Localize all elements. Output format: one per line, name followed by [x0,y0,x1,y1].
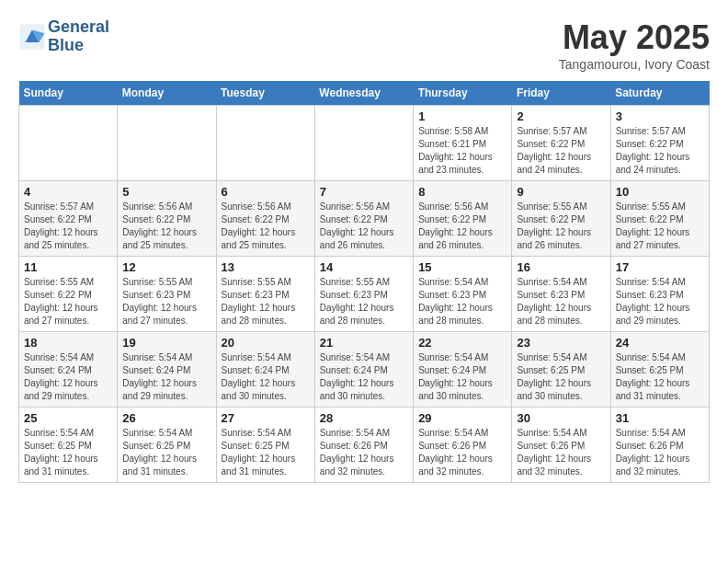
day-number: 11 [24,260,112,274]
calendar-day-cell: 15Sunrise: 5:54 AM Sunset: 6:23 PM Dayli… [414,257,512,332]
calendar-day-cell: 10Sunrise: 5:55 AM Sunset: 6:22 PM Dayli… [610,181,709,257]
day-number: 17 [616,260,704,274]
calendar-day-cell: 28Sunrise: 5:54 AM Sunset: 6:26 PM Dayli… [314,408,413,483]
calendar-day-cell [314,106,413,181]
day-info: Sunrise: 5:55 AM Sunset: 6:23 PM Dayligh… [320,276,408,327]
day-number: 5 [122,185,210,199]
day-number: 21 [320,336,408,350]
logo-text: General Blue [48,18,109,55]
title-block: May 2025 Tangamourou, Ivory Coast [559,18,710,72]
day-number: 18 [24,336,112,350]
calendar-day-cell: 17Sunrise: 5:54 AM Sunset: 6:23 PM Dayli… [610,257,709,332]
day-number: 26 [122,411,210,425]
day-info: Sunrise: 5:55 AM Sunset: 6:22 PM Dayligh… [616,201,704,252]
day-info: Sunrise: 5:54 AM Sunset: 6:26 PM Dayligh… [517,427,605,478]
day-number: 6 [222,185,310,199]
day-number: 24 [616,336,704,350]
calendar-body: 1Sunrise: 5:58 AM Sunset: 6:21 PM Daylig… [19,106,710,483]
day-info: Sunrise: 5:57 AM Sunset: 6:22 PM Dayligh… [517,125,605,177]
calendar-day-cell: 8Sunrise: 5:56 AM Sunset: 6:22 PM Daylig… [414,181,512,257]
day-info: Sunrise: 5:56 AM Sunset: 6:22 PM Dayligh… [320,201,408,252]
weekday-header-cell: Saturday [610,81,709,106]
calendar-day-cell: 24Sunrise: 5:54 AM Sunset: 6:25 PM Dayli… [610,332,709,408]
day-number: 16 [517,260,605,274]
day-info: Sunrise: 5:54 AM Sunset: 6:24 PM Dayligh… [418,351,506,403]
day-number: 3 [616,109,704,123]
weekday-header-cell: Friday [512,81,610,106]
day-info: Sunrise: 5:55 AM Sunset: 6:23 PM Dayligh… [122,276,210,327]
day-number: 10 [616,185,704,199]
day-number: 27 [222,411,310,425]
day-number: 25 [24,411,112,425]
calendar-day-cell: 16Sunrise: 5:54 AM Sunset: 6:23 PM Dayli… [512,257,610,332]
day-number: 29 [418,411,506,425]
calendar-day-cell: 7Sunrise: 5:56 AM Sunset: 6:22 PM Daylig… [314,181,413,257]
calendar-day-cell: 21Sunrise: 5:54 AM Sunset: 6:24 PM Dayli… [314,332,413,408]
calendar-day-cell: 25Sunrise: 5:54 AM Sunset: 6:25 PM Dayli… [19,408,118,483]
calendar-week-row: 25Sunrise: 5:54 AM Sunset: 6:25 PM Dayli… [19,408,710,483]
calendar-table: SundayMondayTuesdayWednesdayThursdayFrid… [18,81,710,483]
calendar-day-cell: 18Sunrise: 5:54 AM Sunset: 6:24 PM Dayli… [19,332,118,408]
weekday-header-cell: Monday [118,81,216,106]
logo: General Blue [18,18,109,55]
calendar-day-cell: 19Sunrise: 5:54 AM Sunset: 6:24 PM Dayli… [118,332,216,408]
day-number: 4 [24,185,112,199]
day-number: 23 [517,336,605,350]
calendar-day-cell: 4Sunrise: 5:57 AM Sunset: 6:22 PM Daylig… [19,181,118,257]
day-info: Sunrise: 5:56 AM Sunset: 6:22 PM Dayligh… [418,201,506,252]
location-subtitle: Tangamourou, Ivory Coast [559,57,710,72]
day-number: 20 [222,336,310,350]
day-info: Sunrise: 5:55 AM Sunset: 6:22 PM Dayligh… [24,276,112,327]
day-info: Sunrise: 5:54 AM Sunset: 6:24 PM Dayligh… [320,351,408,403]
day-number: 12 [122,260,210,274]
weekday-header-cell: Wednesday [314,81,413,106]
calendar-week-row: 18Sunrise: 5:54 AM Sunset: 6:24 PM Dayli… [19,332,710,408]
day-info: Sunrise: 5:54 AM Sunset: 6:25 PM Dayligh… [222,427,310,478]
calendar-week-row: 4Sunrise: 5:57 AM Sunset: 6:22 PM Daylig… [19,181,710,257]
month-title: May 2025 [559,18,710,57]
calendar-day-cell: 30Sunrise: 5:54 AM Sunset: 6:26 PM Dayli… [512,408,610,483]
day-number: 8 [418,185,506,199]
day-number: 19 [122,336,210,350]
day-info: Sunrise: 5:54 AM Sunset: 6:26 PM Dayligh… [616,427,704,478]
day-info: Sunrise: 5:54 AM Sunset: 6:23 PM Dayligh… [517,276,605,327]
day-info: Sunrise: 5:57 AM Sunset: 6:22 PM Dayligh… [24,201,112,252]
calendar-day-cell: 23Sunrise: 5:54 AM Sunset: 6:25 PM Dayli… [512,332,610,408]
calendar-week-row: 11Sunrise: 5:55 AM Sunset: 6:22 PM Dayli… [19,257,710,332]
day-number: 1 [418,109,506,123]
calendar-day-cell: 5Sunrise: 5:56 AM Sunset: 6:22 PM Daylig… [118,181,216,257]
day-number: 2 [517,109,605,123]
weekday-header-cell: Sunday [19,81,118,106]
day-info: Sunrise: 5:54 AM Sunset: 6:26 PM Dayligh… [418,427,506,478]
day-info: Sunrise: 5:54 AM Sunset: 6:23 PM Dayligh… [418,276,506,327]
day-number: 9 [517,185,605,199]
day-number: 14 [320,260,408,274]
calendar-day-cell: 12Sunrise: 5:55 AM Sunset: 6:23 PM Dayli… [118,257,216,332]
day-info: Sunrise: 5:58 AM Sunset: 6:21 PM Dayligh… [418,125,506,177]
calendar-day-cell: 6Sunrise: 5:56 AM Sunset: 6:22 PM Daylig… [216,181,314,257]
weekday-header-cell: Thursday [414,81,512,106]
calendar-week-row: 1Sunrise: 5:58 AM Sunset: 6:21 PM Daylig… [19,106,710,181]
day-info: Sunrise: 5:54 AM Sunset: 6:26 PM Dayligh… [320,427,408,478]
day-number: 30 [517,411,605,425]
page-header: General Blue May 2025 Tangamourou, Ivory… [18,18,710,72]
calendar-day-cell: 31Sunrise: 5:54 AM Sunset: 6:26 PM Dayli… [610,408,709,483]
calendar-day-cell: 26Sunrise: 5:54 AM Sunset: 6:25 PM Dayli… [118,408,216,483]
weekday-header-cell: Tuesday [216,81,314,106]
calendar-day-cell: 29Sunrise: 5:54 AM Sunset: 6:26 PM Dayli… [414,408,512,483]
calendar-day-cell: 2Sunrise: 5:57 AM Sunset: 6:22 PM Daylig… [512,106,610,181]
day-number: 28 [320,411,408,425]
day-number: 22 [418,336,506,350]
calendar-day-cell: 9Sunrise: 5:55 AM Sunset: 6:22 PM Daylig… [512,181,610,257]
day-info: Sunrise: 5:54 AM Sunset: 6:25 PM Dayligh… [24,427,112,478]
calendar-day-cell: 1Sunrise: 5:58 AM Sunset: 6:21 PM Daylig… [414,106,512,181]
logo-line2: Blue [48,37,109,55]
day-info: Sunrise: 5:57 AM Sunset: 6:22 PM Dayligh… [616,125,704,177]
calendar-day-cell: 11Sunrise: 5:55 AM Sunset: 6:22 PM Dayli… [19,257,118,332]
calendar-day-cell [19,106,118,181]
day-info: Sunrise: 5:54 AM Sunset: 6:25 PM Dayligh… [616,351,704,403]
logo-icon [18,23,46,51]
day-info: Sunrise: 5:54 AM Sunset: 6:25 PM Dayligh… [517,351,605,403]
calendar-day-cell: 20Sunrise: 5:54 AM Sunset: 6:24 PM Dayli… [216,332,314,408]
day-info: Sunrise: 5:54 AM Sunset: 6:24 PM Dayligh… [222,351,310,403]
